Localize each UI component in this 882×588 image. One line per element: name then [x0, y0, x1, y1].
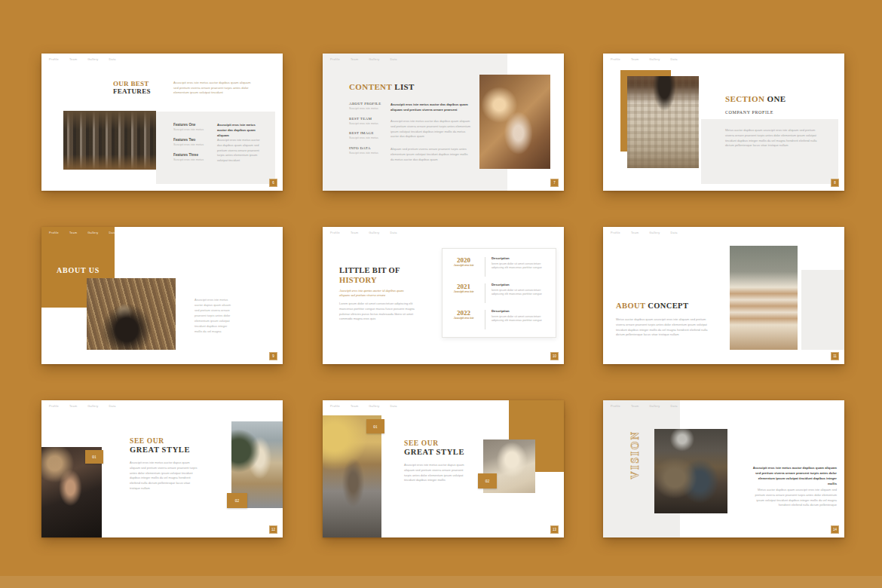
list-sub: Suscipit eros iste metus [349, 122, 388, 125]
title-rest: GREAT STYLE [404, 448, 464, 458]
description-heading: Description [492, 256, 550, 260]
nav-item-team: Team [351, 58, 358, 61]
list-label: ABOUT PROFILE [349, 102, 388, 106]
title-rest: LIST [392, 82, 415, 91]
body-paragraph: Asuscipit eros iste metus auctor das dap… [217, 138, 265, 164]
features-list: Features One Suscipit eros iste metus Fe… [173, 123, 215, 168]
title-accent: SEE OUR [130, 437, 190, 446]
slide-title: SEE OUR GREAT STYLE [130, 437, 190, 455]
title-accent: SECTION [725, 94, 764, 103]
page-number-badge: 14 [831, 525, 839, 534]
list-label: INFO DATA [349, 146, 388, 150]
slide-section-one: Profile Team Gallery Data SECTION ONE CO… [603, 54, 844, 191]
timeline-year-block: 2022 Asuscipit eros iste [443, 309, 485, 320]
nav-item-data: Data [390, 231, 397, 234]
timeline-description: Description lorem ipsum dolor sit amet c… [485, 256, 550, 271]
body-paragraph: Lorem ipsum dolor sit amet consectetuer … [339, 302, 419, 322]
nav-item-profile: Profile [49, 58, 59, 61]
nav-item-gallery: Gallery [649, 405, 660, 408]
nav-item-team: Team [631, 231, 639, 234]
body-paragraph: Asuscipit eros iste metus auctor das dap… [390, 119, 472, 139]
title-rest: FEATURES [113, 87, 151, 95]
nav-item-gallery: Gallery [87, 58, 98, 61]
timeline-year: 2021 [443, 283, 485, 290]
number-tag-02: 02 [478, 473, 497, 488]
nav-item-data: Data [390, 58, 397, 61]
slide-title: ABOUT US [57, 266, 100, 274]
nav-item-team: Team [631, 58, 639, 61]
timeline-entry: 2022 Asuscipit eros iste Description lor… [443, 309, 556, 329]
nav-item-data: Data [671, 405, 678, 408]
slide-about-us: Profile Team Gallery Data ABOUT US Asusc… [41, 227, 283, 364]
page-number-badge: 13 [550, 525, 559, 534]
timeline-year: 2022 [443, 309, 485, 317]
nav-item-data: Data [109, 405, 116, 408]
body-paragraph: Asuscipit eros iste metus auctor dapius … [194, 297, 235, 334]
body-paragraph: Metus auctor dapibus quam asuscipit eros… [616, 317, 714, 338]
portrait-photo [87, 278, 176, 350]
lead-paragraph: Asuscipit eros iste metus auctor dapibus… [749, 466, 837, 487]
timeline-year-sub: Asuscipit eros iste [443, 317, 485, 320]
nav-item-team: Team [631, 405, 639, 408]
nav-item-team: Team [69, 405, 77, 408]
title-accent: HISTORY [339, 276, 400, 286]
description-text: lorem ipsum dolor sit amet consectetuer … [492, 262, 550, 271]
style-photo-1 [323, 415, 381, 537]
nav-item-profile: Profile [49, 405, 59, 408]
slide-content-list: Profile Team Gallery Data CONTENT LIST A… [323, 54, 564, 191]
lead-paragraph: Asuscipit eros iste metus auctor das dap… [217, 123, 265, 139]
list-item: ABOUT PROFILE Suscipit eros iste metus [349, 102, 388, 110]
title-accent: ABOUT [616, 302, 645, 310]
body-paragraph: Aliquam sed pretium viverra ornare praes… [390, 147, 472, 162]
nav-item-team: Team [69, 58, 77, 61]
feature-item: Features Three Suscipit eros iste metus [173, 153, 215, 161]
nav-item-gallery: Gallery [369, 58, 379, 61]
slide-title: CONTENT LIST [349, 82, 415, 91]
nav-item-data: Data [671, 231, 678, 234]
template-preview-canvas: Profile Team Gallery Data OUR BEST FEATU… [0, 0, 882, 588]
striped-sweater-photo [730, 246, 798, 350]
title-accent: OUR BEST [113, 80, 151, 87]
list-sub: Suscipit eros iste metus [349, 152, 388, 155]
slide-vision: Profile Team Gallery Data VISION Asuscip… [603, 400, 844, 537]
lead-paragraph: Asuscipit eros iste metus auctor das dap… [390, 103, 472, 113]
timeline-description: Description lorem ipsum dolor sit amet c… [485, 309, 550, 323]
list-item: INFO DATA Suscipit eros iste metus [349, 146, 388, 155]
slide-title: SECTION ONE [725, 94, 786, 103]
body-paragraph: Asuscipit eros iste metus auctor dapus q… [130, 461, 198, 492]
feature-item: Features Two Suscipit eros iste metus [173, 138, 215, 146]
nav-item-data: Data [390, 405, 397, 408]
nav-item-profile: Profile [611, 231, 620, 234]
page-number-badge: 7 [550, 179, 559, 187]
nav-item-profile: Profile [330, 405, 340, 408]
timeline-entry: 2021 Asuscipit eros iste Description lor… [443, 283, 556, 303]
vertical-title: VISION [629, 430, 642, 479]
body-paragraph: Metus auctor dapibus quam asuscipit eros… [749, 488, 837, 508]
timeline-year-block: 2020 Asuscipit eros iste [443, 256, 485, 267]
feature-label: Features One [173, 123, 215, 127]
nav-item-data: Data [109, 231, 116, 234]
number-tag-02: 02 [227, 493, 247, 508]
slide-great-style-1: Profile Team Gallery Data 01 02 SEE OUR … [41, 400, 283, 537]
intro-text: Asuscipit eros iste metus auctor dapibus… [173, 81, 256, 96]
timeline-entry: 2020 Asuscipit eros iste Description lor… [443, 256, 556, 277]
nav-item-profile: Profile [611, 58, 620, 61]
nav-item-team: Team [351, 405, 358, 408]
slide-nav: Profile Team Gallery Data [611, 58, 678, 61]
description-heading: Description [492, 309, 550, 313]
timeline-card: 2020 Asuscipit eros iste Description lor… [442, 248, 556, 338]
slide-title: ABOUT CONCEPT [616, 302, 688, 310]
timeline-year: 2020 [443, 256, 485, 264]
slide-nav: Profile Team Gallery Data [611, 231, 678, 234]
nav-item-profile: Profile [49, 231, 59, 234]
title-rest: CONCEPT [645, 302, 688, 310]
feature-sub: Suscipit eros iste metus [173, 143, 215, 146]
title-accent: SEE OUR [404, 439, 464, 448]
feature-sub: Suscipit eros iste metus [173, 158, 215, 161]
gray-panel [801, 270, 844, 350]
slide-about-concept: Profile Team Gallery Data ABOUT CONCEPT … [603, 227, 844, 364]
nav-item-team: Team [69, 231, 77, 234]
title-dark: LITTLE BIT OF [339, 266, 400, 276]
nav-item-profile: Profile [330, 58, 340, 61]
list-item: BEST IMAGE Suscipit eros iste metus [349, 131, 388, 139]
